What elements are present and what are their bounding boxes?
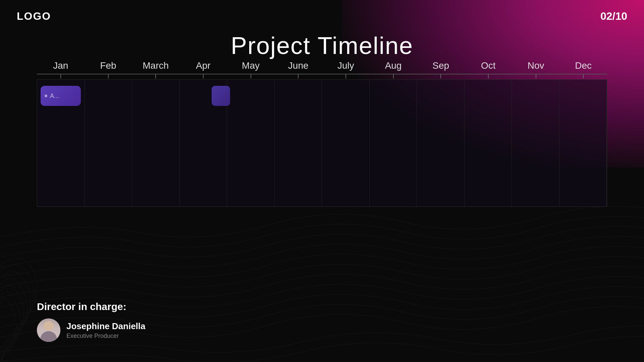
- grid-col-sep: [417, 80, 465, 206]
- grid-col-march: [132, 80, 180, 206]
- month-may: May: [227, 60, 275, 74]
- grid-col-aug: [370, 80, 417, 206]
- page-title: Project Timeline: [231, 32, 413, 59]
- month-jan: Jan: [37, 60, 85, 74]
- grid-lines: [37, 80, 607, 206]
- month-sep: Sep: [417, 60, 465, 74]
- director-name: Josephine Daniella: [66, 321, 146, 331]
- tick-oct: [465, 74, 512, 79]
- month-march: March: [132, 60, 179, 74]
- director-label: Director in charge:: [37, 301, 146, 312]
- grid-col-dec: [559, 80, 607, 206]
- tick-march: [132, 74, 179, 79]
- avatar: [37, 318, 60, 342]
- month-oct: Oct: [465, 60, 512, 74]
- task-bar-2: [212, 86, 230, 106]
- task-label-1: A...: [50, 93, 59, 100]
- grid-col-june: [275, 80, 322, 206]
- logo: LOGO: [17, 10, 51, 22]
- task-dot-1: [45, 95, 47, 97]
- timeline-container: Jan Feb March Apr May June July Aug Sep …: [37, 60, 607, 207]
- grid-col-may: [227, 80, 275, 206]
- tick-may: [227, 74, 275, 79]
- month-july: July: [322, 60, 370, 74]
- ticks-row: [37, 74, 607, 79]
- timeline-grid: A...: [37, 79, 607, 207]
- month-feb: Feb: [85, 60, 132, 74]
- grid-col-oct: [465, 80, 512, 206]
- month-apr: Apr: [179, 60, 227, 74]
- task-bar-1: A...: [41, 86, 81, 106]
- months-row: Jan Feb March Apr May June July Aug Sep …: [37, 60, 607, 74]
- tick-aug: [370, 74, 417, 79]
- director-section: Director in charge: Josephine Daniella E…: [37, 301, 146, 342]
- avatar-person: [37, 318, 60, 342]
- tick-apr: [179, 74, 227, 79]
- tick-feb: [85, 74, 132, 79]
- tick-july: [322, 74, 370, 79]
- director-role: Executive Producer: [66, 333, 146, 340]
- page-number: 02/10: [600, 10, 627, 22]
- director-text: Josephine Daniella Executive Producer: [66, 321, 146, 340]
- avatar-head: [44, 321, 54, 330]
- tick-nov: [512, 74, 560, 79]
- month-aug: Aug: [370, 60, 417, 74]
- avatar-body: [40, 331, 57, 342]
- month-dec: Dec: [559, 60, 607, 74]
- grid-col-nov: [512, 80, 559, 206]
- grid-col-july: [322, 80, 370, 206]
- director-info: Josephine Daniella Executive Producer: [37, 318, 146, 342]
- month-nov: Nov: [512, 60, 560, 74]
- tick-sep: [417, 74, 465, 79]
- tick-dec: [559, 74, 607, 79]
- grid-col-feb: [85, 80, 132, 206]
- month-june: June: [274, 60, 322, 74]
- tick-jan: [37, 74, 85, 79]
- tick-june: [274, 74, 322, 79]
